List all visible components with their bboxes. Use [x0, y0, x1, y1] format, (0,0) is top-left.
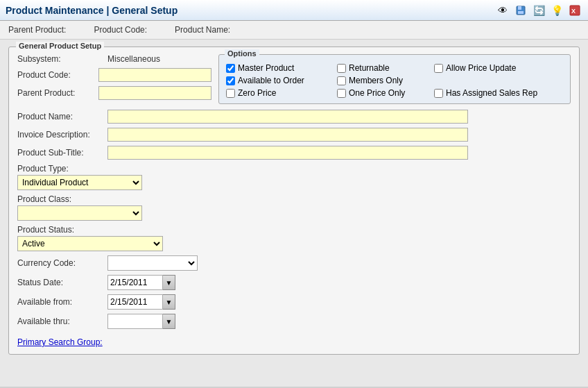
section-legend: General Product Setup: [16, 42, 104, 50]
one-price-only-checkbox[interactable]: [337, 89, 346, 98]
product-class-row: Product Class:: [17, 194, 571, 221]
top-parent-product-label: Parent Product:: [8, 25, 66, 35]
currency-code-label: Currency Code:: [17, 258, 107, 268]
app-header: Product Maintenance | General Setup 👁 🔄 …: [0, 0, 588, 21]
available-from-row: Available from: ▼: [17, 294, 571, 310]
members-only-label: Members Only: [349, 76, 403, 85]
top-product-code-label: Product Code:: [94, 25, 147, 35]
option-one-price-only: One Price Only: [337, 88, 434, 98]
subsystem-label: Subsystem:: [17, 54, 107, 64]
export-icon[interactable]: X: [567, 3, 582, 18]
available-thru-label: Available thru:: [17, 317, 107, 326]
option-blank: [434, 76, 559, 85]
members-only-checkbox[interactable]: [337, 76, 346, 85]
product-type-row: Product Type: Individual Product: [17, 164, 571, 190]
invoice-desc-label: Invoice Description:: [17, 130, 107, 140]
toolbar-icons: 👁 🔄 💡 X: [495, 3, 582, 18]
options-legend: Options: [225, 49, 259, 58]
main-content: General Product Setup Subsystem: Miscell…: [0, 40, 588, 387]
option-returnable: Returnable: [337, 63, 434, 73]
svg-rect-2: [518, 11, 524, 14]
top-fields-row: Parent Product: Product Code: Product Na…: [0, 21, 588, 40]
parent-product-label: Parent Product:: [17, 88, 98, 98]
available-from-picker-btn[interactable]: ▼: [163, 294, 175, 310]
master-product-label: Master Product: [238, 63, 294, 73]
top-product-name-label: Product Name:: [175, 25, 230, 35]
currency-code-row: Currency Code:: [17, 255, 571, 271]
option-master-product: Master Product: [226, 63, 337, 73]
product-class-label: Product Class:: [17, 194, 571, 204]
available-to-order-label: Available to Order: [238, 76, 304, 85]
product-status-label: Product Status:: [17, 225, 571, 235]
product-subtitle-input[interactable]: [107, 146, 468, 160]
product-class-dropdown-container: [17, 205, 571, 221]
status-date-row: Status Date: ▼: [17, 275, 571, 290]
product-status-dropdown-container: Active: [17, 236, 571, 251]
product-subtitle-row: Product Sub-Title:: [17, 146, 571, 160]
product-type-dropdown-container: Individual Product: [17, 175, 571, 190]
general-setup-section: General Product Setup Subsystem: Miscell…: [8, 47, 580, 355]
options-box: Options Master Product Returnable: [218, 54, 571, 104]
returnable-label: Returnable: [349, 63, 390, 73]
available-thru-row: Available thru: ▼: [17, 314, 571, 329]
available-to-order-checkbox[interactable]: [226, 76, 235, 85]
options-area: Options Master Product Returnable: [211, 54, 571, 104]
save-icon[interactable]: [513, 3, 528, 18]
svg-text:X: X: [571, 8, 576, 15]
top-parent-product: Parent Product:: [8, 25, 66, 35]
parent-product-input[interactable]: [98, 86, 211, 100]
subsystem-row: Subsystem: Miscellaneous: [17, 54, 211, 64]
available-from-input[interactable]: [107, 294, 163, 310]
product-code-input[interactable]: [98, 68, 211, 82]
option-members-only: Members Only: [337, 76, 434, 85]
has-assigned-sales-rep-label: Has Assigned Sales Rep: [446, 88, 537, 98]
svg-rect-1: [518, 6, 521, 10]
available-thru-picker-btn[interactable]: ▼: [163, 314, 175, 329]
has-assigned-sales-rep-checkbox[interactable]: [434, 89, 443, 98]
product-name-input[interactable]: [107, 110, 468, 124]
returnable-checkbox[interactable]: [337, 64, 346, 73]
options-grid: Master Product Returnable Allow Price Up…: [226, 63, 563, 98]
status-date-container: ▼: [107, 275, 175, 290]
invoice-desc-input[interactable]: [107, 128, 468, 142]
product-name-label: Product Name:: [17, 112, 107, 121]
allow-price-update-checkbox[interactable]: [434, 64, 443, 73]
available-thru-input[interactable]: [107, 314, 163, 329]
status-date-picker-btn[interactable]: ▼: [163, 275, 175, 290]
product-name-row: Product Name:: [17, 110, 571, 124]
status-date-input[interactable]: [107, 275, 163, 290]
parent-product-row: Parent Product:: [17, 86, 211, 100]
top-product-name: Product Name:: [175, 25, 230, 35]
invoice-desc-row: Invoice Description:: [17, 128, 571, 142]
available-from-container: ▼: [107, 294, 175, 310]
zero-price-label: Zero Price: [238, 88, 276, 98]
option-zero-price: Zero Price: [226, 88, 337, 98]
product-subtitle-label: Product Sub-Title:: [17, 148, 107, 158]
product-code-row: Product Code:: [17, 68, 211, 82]
page-title: Product Maintenance | General Setup: [6, 5, 178, 16]
product-status-row: Product Status: Active: [17, 225, 571, 251]
bulb-icon[interactable]: 💡: [549, 3, 564, 18]
allow-price-update-label: Allow Price Update: [446, 63, 516, 73]
product-status-select[interactable]: Active: [17, 236, 163, 251]
option-has-assigned-sales-rep: Has Assigned Sales Rep: [434, 88, 559, 98]
option-allow-price-update: Allow Price Update: [434, 63, 559, 73]
currency-code-dropdown-container: [107, 255, 198, 271]
product-class-select[interactable]: [17, 205, 142, 221]
refresh-icon[interactable]: 🔄: [531, 3, 546, 18]
product-type-label: Product Type:: [17, 164, 571, 174]
top-layout: Subsystem: Miscellaneous Product Code: P…: [17, 54, 571, 104]
product-code-label: Product Code:: [17, 70, 98, 80]
zero-price-checkbox[interactable]: [226, 89, 235, 98]
one-price-only-label: One Price Only: [349, 88, 405, 98]
subsystem-value: Miscellaneous: [107, 54, 160, 64]
master-product-checkbox[interactable]: [226, 64, 235, 73]
available-thru-container: ▼: [107, 314, 175, 329]
option-available-to-order: Available to Order: [226, 76, 337, 85]
left-fields: Subsystem: Miscellaneous Product Code: P…: [17, 54, 211, 104]
primary-search-link[interactable]: Primary Search Group:: [17, 337, 103, 347]
available-from-label: Available from:: [17, 297, 107, 307]
product-type-select[interactable]: Individual Product: [17, 175, 142, 190]
currency-code-select[interactable]: [107, 255, 198, 271]
eye-icon[interactable]: 👁: [495, 3, 510, 18]
